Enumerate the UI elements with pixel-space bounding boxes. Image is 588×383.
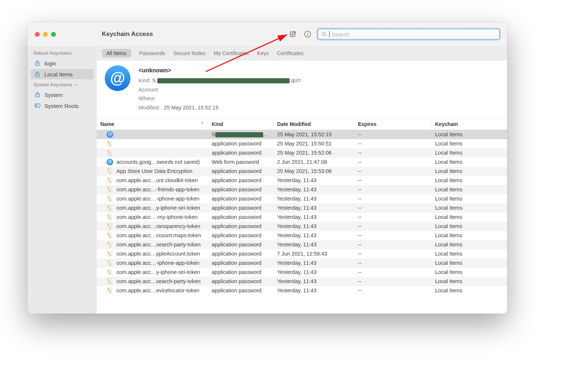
table-row[interactable]: com.apple.acc…ppleAccount.tokenapplicati…	[97, 249, 507, 259]
sidebar-item-local-items[interactable]: Local Items	[31, 69, 94, 79]
row-date: Yesterday, 11:43	[273, 177, 354, 183]
row-expires: --	[354, 278, 431, 284]
sidebar-item-login[interactable]: login	[31, 58, 94, 68]
search-input[interactable]	[332, 31, 496, 37]
filter-keys[interactable]: Keys	[257, 50, 269, 56]
column-header-name[interactable]: Name⌃	[97, 119, 208, 130]
row-kind: application password	[208, 168, 273, 174]
svg-rect-8	[36, 94, 40, 97]
note-icon	[107, 205, 113, 211]
table-row[interactable]: com.apple.acc…y-iphone-siri-tokenapplica…	[97, 268, 507, 277]
row-name: com.apple.acc…search-party-token	[116, 278, 201, 284]
row-keychain: Local Items	[431, 187, 507, 192]
table-row[interactable]: @S...25 May 2021, 15:52:15--Local Items	[97, 130, 507, 139]
filter-secure-notes[interactable]: Secure Notes	[173, 50, 206, 56]
row-expires: --	[354, 251, 431, 257]
sidebar-section-system[interactable]: System Keychains	[28, 80, 97, 89]
table-row[interactable]: com.apple.acc…-my-iphone-tokenapplicatio…	[97, 213, 507, 222]
info-button[interactable]	[302, 29, 313, 40]
row-name: com.apple.acc…ransparency-token	[116, 223, 200, 229]
row-date: 25 May 2021, 15:50:51	[273, 141, 354, 147]
column-header-date-modified[interactable]: Date Modified	[273, 119, 354, 130]
row-name: com.apple.acc…-my-iphone-token	[116, 214, 198, 220]
row-kind: application password	[208, 223, 273, 229]
detail-account: Account:	[139, 85, 301, 94]
info-icon	[304, 30, 312, 38]
sidebar: Default Keychains loginLocal Items Syste…	[28, 46, 97, 314]
new-note-button[interactable]	[287, 29, 298, 40]
column-header-keychain[interactable]: Keychain	[431, 119, 507, 130]
table-row[interactable]: com.apple.acc…y-iphone-siri-tokenapplica…	[97, 203, 507, 213]
row-name: com.apple.acc…y-iphone-siri-token	[116, 205, 200, 211]
table-header: Name⌃ Kind Date Modified Expires Keychai…	[97, 119, 507, 130]
row-expires: --	[354, 159, 431, 165]
row-kind: application password	[208, 232, 273, 238]
filter-passwords[interactable]: Passwords	[139, 50, 165, 56]
sidebar-item-system-roots[interactable]: System Roots	[31, 101, 94, 111]
sidebar-item-system[interactable]: System	[31, 90, 94, 100]
redacted-block	[215, 132, 263, 137]
table-row[interactable]: com.apple.acc…evicelocator-tokenapplicat…	[97, 286, 507, 295]
compose-icon	[289, 30, 297, 38]
maximize-button[interactable]	[51, 32, 56, 37]
row-date: 25 May 2021, 15:53:08	[273, 168, 354, 174]
row-kind: application password	[208, 214, 273, 220]
svg-rect-7	[36, 74, 40, 76]
table-row[interactable]: App Store User Data Encryptionapplicatio…	[97, 167, 507, 176]
table-row[interactable]: application password25 May 2021, 15:50:5…	[97, 139, 507, 148]
table-row[interactable]: com.apple.acc…ransparency-tokenapplicati…	[97, 222, 507, 231]
row-date: Yesterday, 11:43	[273, 214, 354, 220]
row-kind: application password	[208, 269, 273, 275]
filter-my-certificates[interactable]: My Certificates	[214, 50, 249, 56]
filter-certificates[interactable]: Certificates	[277, 50, 304, 56]
row-kind: application password	[208, 251, 273, 257]
row-name: com.apple.acc…-iphone-app-token	[116, 196, 200, 202]
table-row[interactable]: application password25 May 2021, 15:52:0…	[97, 148, 507, 158]
items-table: Name⌃ Kind Date Modified Expires Keychai…	[97, 119, 507, 314]
table-row[interactable]: com.apple.acc…-iphone-app-tokenapplicati…	[97, 194, 507, 203]
row-date: Yesterday, 11:43	[273, 196, 354, 202]
filter-all-items[interactable]: All Items	[102, 49, 131, 58]
row-date: 7 Jun 2021, 12:59:43	[273, 251, 354, 257]
row-name: accounts.goog…swords not saved)	[116, 159, 200, 165]
chevron-down-icon	[74, 83, 78, 87]
row-name: com.apple.acc…ppleAccount.token	[116, 251, 200, 257]
row-expires: --	[354, 242, 431, 247]
table-row[interactable]: com.apple.acc…search-party-tokenapplicat…	[97, 240, 507, 249]
column-header-kind[interactable]: Kind	[208, 119, 273, 130]
sort-ascending-icon: ⌃	[201, 122, 204, 126]
sidebar-item-label: Local Items	[44, 71, 73, 77]
detail-kind: Kind: SqU=	[139, 76, 301, 85]
table-row[interactable]: com.apple.acc…ccount.maps-tokenapplicati…	[97, 231, 507, 240]
row-expires: --	[354, 214, 431, 220]
row-keychain: Local Items	[431, 269, 507, 275]
detail-title: <unknown>	[139, 65, 301, 75]
detail-modified: Modified: 25 May 2021, 15:52:15	[139, 103, 301, 112]
row-keychain: Local Items	[431, 168, 507, 174]
search-field[interactable]	[317, 28, 501, 40]
table-row[interactable]: com.apple.acc…-iphone-app-tokenapplicati…	[97, 259, 507, 268]
minimize-button[interactable]	[43, 32, 48, 37]
close-button[interactable]	[35, 32, 40, 37]
note-icon	[107, 260, 113, 266]
row-expires: --	[354, 269, 431, 275]
sidebar-section-system-label: System Keychains	[33, 82, 72, 87]
row-keychain: Local Items	[431, 232, 507, 238]
table-row[interactable]: @accounts.goog…swords not saved)Web form…	[97, 158, 507, 167]
text-caret	[329, 31, 330, 37]
note-icon	[107, 223, 113, 230]
table-row[interactable]: com.apple.acc…search-party-tokenapplicat…	[97, 277, 507, 286]
unlock-icon	[34, 60, 41, 66]
table-row[interactable]: com.apple.acc…unt.cloudkit-tokenapplicat…	[97, 176, 507, 185]
row-expires: --	[354, 187, 431, 192]
note-icon	[107, 250, 113, 257]
row-keychain: Local Items	[431, 177, 507, 183]
row-kind: application password	[208, 150, 273, 156]
row-keychain: Local Items	[431, 288, 507, 293]
row-kind: application password	[208, 242, 273, 247]
column-header-expires[interactable]: Expires	[354, 119, 431, 130]
note-icon	[107, 232, 113, 239]
table-row[interactable]: com.apple.acc…-friends-app-tokenapplicat…	[97, 185, 507, 194]
row-keychain: Local Items	[431, 159, 507, 165]
content-area: All ItemsPasswordsSecure NotesMy Certifi…	[97, 46, 507, 314]
